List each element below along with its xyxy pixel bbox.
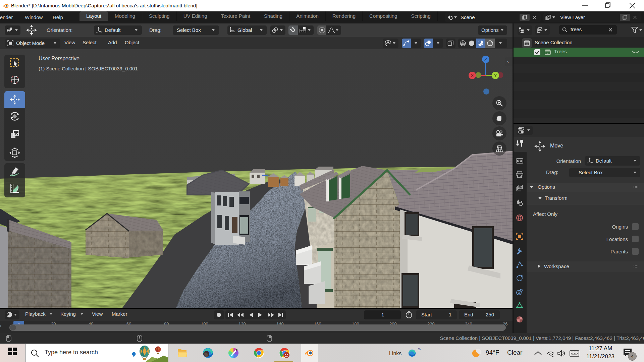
svg-text:Y: Y <box>494 73 497 78</box>
svg-text:X: X <box>471 73 474 78</box>
svg-text:Z: Z <box>484 57 487 62</box>
